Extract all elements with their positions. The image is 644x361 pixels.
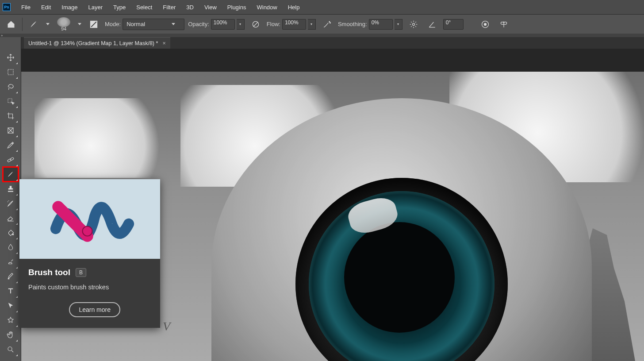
- angle-input[interactable]: 0°: [443, 19, 464, 30]
- pupil: [344, 222, 455, 333]
- marquee-icon: [7, 68, 15, 76]
- pressure-opacity-icon: [251, 20, 260, 29]
- menu-window[interactable]: Window: [251, 4, 282, 11]
- flow-input[interactable]: 100%: [282, 19, 306, 30]
- brush-panel-button[interactable]: [86, 17, 101, 32]
- zoom-icon: [7, 346, 15, 353]
- eyedropper-tool[interactable]: [3, 138, 18, 152]
- tooltip-body: Brush tool B Paints custom brush strokes…: [19, 259, 160, 328]
- pressure-opacity-button[interactable]: [248, 17, 263, 32]
- menu-view[interactable]: View: [199, 4, 222, 11]
- pen-tool[interactable]: [3, 269, 18, 284]
- angle-button[interactable]: [425, 17, 440, 32]
- bandage-icon: [7, 156, 15, 164]
- opacity-input[interactable]: 100%: [211, 19, 235, 30]
- eraser-tool[interactable]: [3, 211, 18, 225]
- optionsbar: 94 Mode: Normal Opacity: 100% ▾ Flow: 10…: [0, 14, 644, 34]
- healing-brush-tool[interactable]: [3, 153, 18, 167]
- blend-mode-select[interactable]: Normal: [123, 19, 184, 30]
- move-tool[interactable]: [3, 50, 18, 65]
- canvas-padding: [21, 49, 644, 72]
- svg-point-2: [329, 21, 330, 22]
- gradient-tool[interactable]: [3, 226, 18, 240]
- arrow-icon: [7, 302, 15, 310]
- opacity-label: Opacity:: [188, 21, 209, 27]
- signature: V: [163, 319, 170, 334]
- opacity-dropdown[interactable]: ▾: [237, 19, 245, 30]
- svg-point-3: [330, 22, 331, 23]
- smoothing-dropdown[interactable]: ▾: [395, 19, 402, 30]
- history-brush-icon: [7, 200, 15, 207]
- menu-select[interactable]: Select: [131, 4, 157, 11]
- angle-icon: [428, 20, 437, 29]
- tab-close-button[interactable]: ×: [162, 40, 165, 46]
- brush-tool[interactable]: [3, 167, 18, 181]
- crop-icon: [7, 112, 15, 120]
- brush-size-value: 94: [61, 26, 66, 31]
- airbrush-button[interactable]: [319, 17, 334, 32]
- menu-type[interactable]: Type: [108, 4, 131, 11]
- gear-icon: [409, 20, 418, 29]
- crop-tool[interactable]: [3, 109, 18, 123]
- panel-collapse-row[interactable]: »: [0, 34, 644, 37]
- menu-help[interactable]: Help: [283, 4, 305, 11]
- creature: [180, 89, 614, 361]
- tooltip-preview: [19, 179, 160, 259]
- svg-point-14: [83, 227, 92, 236]
- menu-3d[interactable]: 3D: [181, 4, 199, 11]
- eraser-icon: [7, 214, 15, 222]
- menu-edit[interactable]: Edit: [36, 4, 56, 11]
- object-select-icon: [7, 97, 15, 105]
- learn-more-button[interactable]: Learn more: [69, 302, 120, 317]
- brush-preset-dropdown[interactable]: [77, 17, 83, 32]
- menu-filter[interactable]: Filter: [157, 4, 181, 11]
- smoothing-input[interactable]: 0%: [369, 19, 393, 30]
- tool-preset-dropdown[interactable]: [45, 17, 51, 32]
- brush-panel-icon: [89, 20, 98, 29]
- tooltip-description: Paints custom brush strokes: [28, 284, 151, 291]
- shape-tool[interactable]: [3, 313, 18, 327]
- hand-tool[interactable]: [3, 328, 18, 342]
- smoothing-label: Smoothing:: [338, 21, 367, 27]
- menu-plugins[interactable]: Plugins: [222, 4, 252, 11]
- history-brush-tool[interactable]: [3, 196, 18, 211]
- zoom-tool[interactable]: [3, 342, 18, 357]
- object-select-tool[interactable]: [3, 94, 18, 108]
- frame-tool[interactable]: [3, 123, 18, 138]
- hand-icon: [7, 331, 15, 339]
- droplet-icon: [7, 243, 15, 251]
- menu-file[interactable]: File: [16, 4, 36, 11]
- path-select-tool[interactable]: [3, 299, 18, 313]
- home-icon: [7, 20, 15, 29]
- opacity-value: 100%: [214, 19, 227, 26]
- symmetry-button[interactable]: [496, 17, 511, 32]
- app-logo[interactable]: Ps: [3, 3, 11, 11]
- home-button[interactable]: [4, 17, 19, 32]
- angle-value: 0°: [446, 19, 451, 26]
- flow-dropdown[interactable]: ▾: [308, 19, 316, 30]
- toolbox: [0, 37, 21, 361]
- svg-point-4: [412, 23, 414, 25]
- smoothing-options-button[interactable]: [406, 17, 421, 32]
- pressure-size-button[interactable]: [478, 17, 493, 32]
- smoothing-value: 0%: [372, 19, 379, 26]
- frame-icon: [7, 127, 15, 134]
- pen-icon: [7, 273, 15, 280]
- svg-point-12: [12, 234, 13, 235]
- document-tab[interactable]: Untitled-1 @ 134% (Gradient Map 1, Layer…: [24, 37, 170, 49]
- cloud: [34, 98, 176, 178]
- flow-value: 100%: [285, 19, 299, 26]
- svg-point-13: [8, 347, 12, 351]
- current-tool-icon-button[interactable]: [26, 17, 41, 32]
- dodge-tool[interactable]: [3, 255, 18, 269]
- menu-layer[interactable]: Layer: [83, 4, 108, 11]
- type-tool[interactable]: [3, 284, 18, 298]
- lasso-tool[interactable]: [3, 80, 18, 94]
- brush-preview[interactable]: 94: [54, 16, 73, 32]
- flow-label: Flow:: [267, 21, 280, 27]
- marquee-tool[interactable]: [3, 65, 18, 79]
- document-tabbar: Untitled-1 @ 134% (Gradient Map 1, Layer…: [0, 37, 644, 49]
- blur-tool[interactable]: [3, 240, 18, 254]
- clone-stamp-tool[interactable]: [3, 182, 18, 196]
- menu-image[interactable]: Image: [56, 4, 83, 11]
